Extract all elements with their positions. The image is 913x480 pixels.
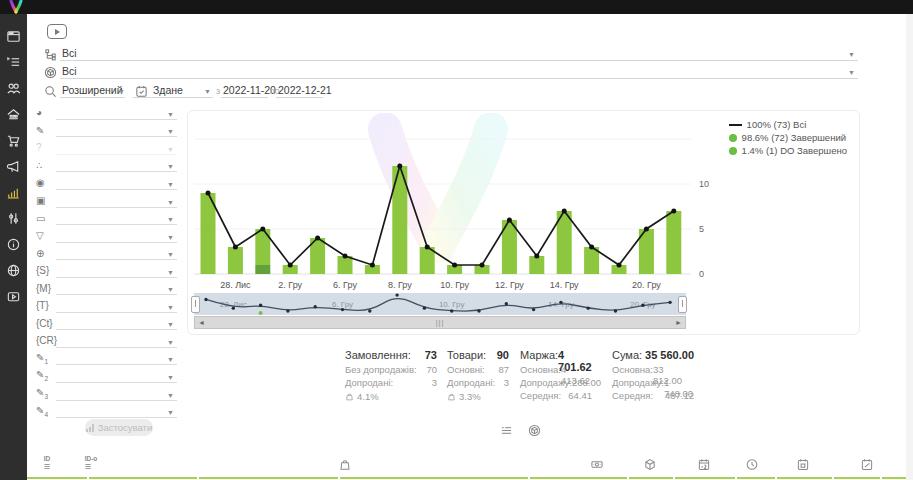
filter-row-utm-medium[interactable]: {M}▼ [36,279,174,297]
range-minimap[interactable]: 28. Лис6. Гру10. Гру14. Гру20. Гру [194,293,686,315]
sidebar-item-store[interactable] [0,101,27,127]
chart-card: 051028. Лис2. Гру6. Гру8. Гру10. Гру12. … [187,110,860,335]
filter-row-web[interactable]: ⊕▼ [36,244,174,262]
stat-value: 4 701.62 [558,349,592,364]
package-filter-icon [44,65,57,78]
date-type-select[interactable]: Здане [153,84,183,96]
chevron-down-icon: ▼ [167,181,174,188]
status-group-value[interactable]: Всі [62,47,77,59]
scroll-grip[interactable]: ||| [436,319,444,326]
customers-icon [6,81,21,96]
svg-text:10. Гру: 10. Гру [440,280,469,290]
svg-text:10: 10 [699,179,709,189]
sidebar-item-customers[interactable] [0,75,27,101]
sidebar-item-dashboard[interactable] [0,23,27,49]
filter-row-utm-content[interactable]: {Ct}▼ [36,315,174,333]
col-clock-icon[interactable] [746,457,759,475]
list-view-toggle[interactable] [499,423,513,437]
filter-row-custom-4[interactable]: ✎4▼ [36,402,174,420]
col-calendar-edit-icon[interactable] [861,457,874,475]
sidebar [0,14,27,480]
sidebar-item-info[interactable] [0,231,27,257]
product-group-value[interactable]: Всі [62,65,77,77]
filter-row-funnel[interactable]: ▽▼ [36,227,174,245]
stat-margin: Маржа:4 701.62 Основна:4 413.62 Допродаж… [520,349,592,403]
table-header-underline [27,477,911,479]
svg-text:2. Гру: 2. Гру [278,280,302,290]
scroll-left-icon[interactable]: ◄ [195,319,208,326]
filter-row-utm-campaign[interactable]: {CR}▼ [36,332,174,350]
video-icon [6,289,21,304]
col-calendar-date-icon[interactable] [698,457,711,475]
apply-button[interactable]: Застосувати [85,419,153,436]
stat-value: 35 560.00 [645,349,694,364]
hierarchy-icon [44,47,57,60]
chevron-down-icon: ▼ [167,392,174,399]
range-scrollbar[interactable]: ◄ ||| ► [194,316,686,329]
search-mode-underline [60,97,125,98]
sidebar-item-website[interactable] [0,257,27,283]
utm-campaign-icon: {CR} [36,335,56,346]
sidebar-item-settings[interactable] [0,205,27,231]
chevron-down-icon: ▼ [167,199,174,206]
vertical-scrollbar[interactable] [906,14,913,480]
svg-text:8. Гру: 8. Гру [388,280,412,290]
col-package-icon[interactable] [644,457,657,475]
filter-row-custom-3[interactable]: ✎3▼ [36,385,174,403]
filter-row-custom-1[interactable]: ✎1▼ [36,350,174,368]
legend-item-do-completed[interactable]: 1.4% (1) DO Завершено [729,144,847,157]
filter-row-payment[interactable]: ▭▼ [36,209,174,227]
chevron-down-icon[interactable]: ▼ [848,51,855,58]
filter-row-utm-source[interactable]: {S}▼ [36,262,174,280]
col-id-icon[interactable]: ID≡ [44,457,51,470]
sidebar-item-orders[interactable] [0,49,27,75]
chevron-down-icon[interactable]: ▼ [118,88,125,95]
utm-source-icon: {S} [36,265,56,276]
filter-row-utm-term[interactable]: {T}▼ [36,297,174,315]
legend-item-completed[interactable]: 98.6% (72) Завершений [729,131,847,144]
range-handle-left[interactable] [191,296,200,313]
legend-item-all[interactable]: 100% (73) Всі [729,118,847,131]
chevron-down-icon[interactable]: ▼ [848,69,855,76]
filter-row-custom-2[interactable]: ✎2▼ [36,367,174,385]
scroll-right-icon[interactable]: ► [672,319,685,326]
date-type-underline [133,97,213,98]
sidebar-item-purchases[interactable] [0,127,27,153]
chevron-down-icon: ▼ [167,234,174,241]
product-view-toggle[interactable] [527,423,541,437]
col-bag-icon[interactable] [339,457,352,475]
sidebar-item-analytics[interactable] [0,179,27,205]
stat-title: Маржа: [520,349,558,364]
date-from-input[interactable]: 2022-11-20 [223,84,276,96]
filter-row-location[interactable]: ◉▼ [36,174,174,192]
utm-medium-icon: {M} [36,283,56,294]
chevron-down-icon: ▼ [167,409,174,416]
question-icon: ? [36,142,56,153]
filter-row-source[interactable]: ◕▼ [36,104,174,122]
chevron-down-icon: ▼ [167,251,174,258]
chevron-down-icon[interactable]: ▼ [204,88,211,95]
chevron-down-icon: ▼ [167,163,174,170]
list-icon [500,424,513,437]
svg-text:28. Лис: 28. Лис [220,280,251,290]
col-id-alt-icon[interactable]: ID-o≡ [85,457,98,470]
product-group-underline [60,78,858,79]
stat-title: Товари: [447,349,486,364]
sidebar-item-marketing[interactable] [0,153,27,179]
cart-icon [6,133,21,148]
filter-row-structure[interactable]: ∴▼ [36,157,174,175]
filter-row-product[interactable]: ▣▼ [36,192,174,210]
chevron-down-icon: ▼ [167,146,174,153]
sidebar-item-video-tutorials[interactable] [0,283,27,309]
chevron-down-icon: ▼ [167,339,174,346]
globe-wire-icon: ⊕ [36,248,56,259]
chevron-down-icon: ▼ [167,269,174,276]
col-banknote-icon[interactable] [591,457,604,475]
range-handle-right[interactable] [678,296,687,313]
filter-row-notes[interactable]: ✎▼ [36,122,174,140]
search-icon [44,84,57,97]
date-to-input[interactable]: 2022-12-21 [278,84,332,96]
video-hint-button[interactable] [47,24,67,39]
col-calendar-in-icon[interactable] [797,457,810,475]
search-mode-select[interactable]: Розширений [62,84,123,96]
